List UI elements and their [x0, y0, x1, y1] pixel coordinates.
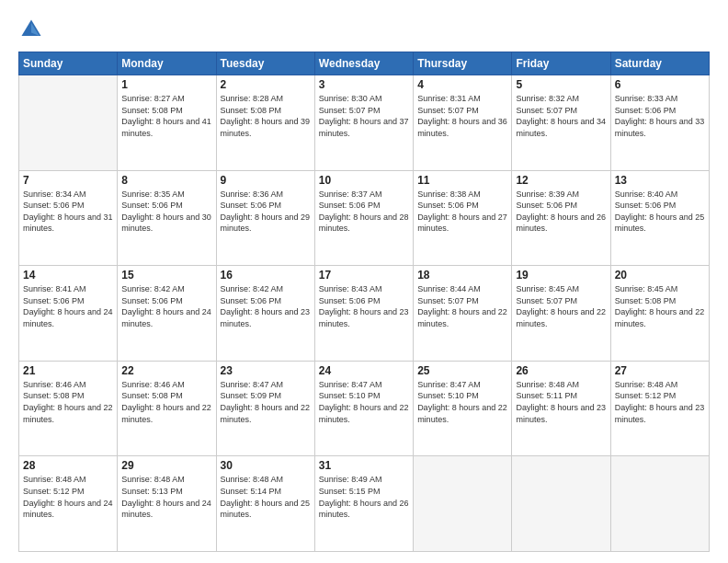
weekday-header-row: SundayMondayTuesdayWednesdayThursdayFrid…: [19, 52, 710, 75]
calendar-cell: [414, 456, 512, 552]
day-info: Sunrise: 8:42 AMSunset: 5:06 PMDaylight:…: [221, 283, 311, 329]
day-number: 9: [221, 174, 311, 187]
day-info: Sunrise: 8:39 AMSunset: 5:06 PMDaylight:…: [516, 189, 606, 235]
day-info: Sunrise: 8:34 AMSunset: 5:06 PMDaylight:…: [23, 189, 113, 235]
day-number: 18: [417, 269, 507, 282]
day-number: 7: [23, 174, 113, 187]
day-number: 4: [417, 78, 507, 91]
week-row-5: 28Sunrise: 8:48 AMSunset: 5:12 PMDayligh…: [19, 456, 710, 552]
calendar-cell: 30Sunrise: 8:48 AMSunset: 5:14 PMDayligh…: [216, 456, 314, 552]
day-info: Sunrise: 8:45 AMSunset: 5:07 PMDaylight:…: [516, 283, 606, 329]
week-row-1: 1Sunrise: 8:27 AMSunset: 5:08 PMDaylight…: [19, 75, 710, 171]
day-info: Sunrise: 8:37 AMSunset: 5:06 PMDaylight:…: [319, 189, 409, 235]
calendar-cell: 3Sunrise: 8:30 AMSunset: 5:07 PMDaylight…: [314, 75, 413, 171]
day-number: 28: [23, 459, 113, 472]
day-number: 30: [221, 459, 311, 472]
day-info: Sunrise: 8:49 AMSunset: 5:15 PMDaylight:…: [319, 474, 409, 520]
day-info: Sunrise: 8:48 AMSunset: 5:11 PMDaylight:…: [516, 379, 606, 425]
calendar-cell: 26Sunrise: 8:48 AMSunset: 5:11 PMDayligh…: [512, 361, 610, 456]
calendar-cell: 10Sunrise: 8:37 AMSunset: 5:06 PMDayligh…: [314, 170, 413, 266]
calendar-cell: 14Sunrise: 8:41 AMSunset: 5:06 PMDayligh…: [19, 266, 118, 362]
calendar-cell: 5Sunrise: 8:32 AMSunset: 5:07 PMDaylight…: [512, 75, 610, 171]
day-info: Sunrise: 8:32 AMSunset: 5:07 PMDaylight:…: [516, 93, 606, 139]
day-info: Sunrise: 8:48 AMSunset: 5:14 PMDaylight:…: [221, 474, 311, 520]
day-info: Sunrise: 8:43 AMSunset: 5:06 PMDaylight:…: [319, 283, 409, 329]
calendar-cell: [19, 75, 118, 171]
day-info: Sunrise: 8:46 AMSunset: 5:08 PMDaylight:…: [121, 379, 211, 425]
day-number: 19: [516, 269, 606, 282]
day-info: Sunrise: 8:30 AMSunset: 5:07 PMDaylight:…: [319, 93, 409, 139]
calendar-cell: 24Sunrise: 8:47 AMSunset: 5:10 PMDayligh…: [314, 361, 413, 456]
calendar-cell: 12Sunrise: 8:39 AMSunset: 5:06 PMDayligh…: [512, 170, 610, 266]
calendar-cell: 8Sunrise: 8:35 AMSunset: 5:06 PMDaylight…: [118, 170, 216, 266]
day-number: 5: [516, 78, 606, 91]
day-info: Sunrise: 8:46 AMSunset: 5:08 PMDaylight:…: [23, 379, 113, 425]
day-number: 16: [221, 269, 311, 282]
page: SundayMondayTuesdayWednesdayThursdayFrid…: [0, 0, 728, 563]
day-info: Sunrise: 8:47 AMSunset: 5:10 PMDaylight:…: [319, 379, 409, 425]
day-number: 26: [516, 364, 606, 377]
calendar-cell: 7Sunrise: 8:34 AMSunset: 5:06 PMDaylight…: [19, 170, 118, 266]
day-info: Sunrise: 8:28 AMSunset: 5:08 PMDaylight:…: [221, 93, 311, 139]
calendar-cell: 27Sunrise: 8:48 AMSunset: 5:12 PMDayligh…: [610, 361, 709, 456]
day-number: 29: [121, 459, 211, 472]
calendar-cell: 15Sunrise: 8:42 AMSunset: 5:06 PMDayligh…: [118, 266, 216, 362]
day-info: Sunrise: 8:47 AMSunset: 5:09 PMDaylight:…: [221, 379, 311, 425]
day-number: 23: [221, 364, 311, 377]
calendar-cell: 11Sunrise: 8:38 AMSunset: 5:06 PMDayligh…: [414, 170, 512, 266]
day-info: Sunrise: 8:48 AMSunset: 5:13 PMDaylight:…: [121, 474, 211, 520]
logo-icon: [18, 17, 44, 42]
day-number: 3: [319, 78, 409, 91]
calendar-cell: 16Sunrise: 8:42 AMSunset: 5:06 PMDayligh…: [216, 266, 314, 362]
day-info: Sunrise: 8:41 AMSunset: 5:06 PMDaylight:…: [23, 283, 113, 329]
calendar-cell: 31Sunrise: 8:49 AMSunset: 5:15 PMDayligh…: [314, 456, 413, 552]
day-number: 2: [221, 78, 311, 91]
weekday-header-wednesday: Wednesday: [314, 52, 413, 75]
calendar-cell: 17Sunrise: 8:43 AMSunset: 5:06 PMDayligh…: [314, 266, 413, 362]
day-number: 21: [23, 364, 113, 377]
day-info: Sunrise: 8:42 AMSunset: 5:06 PMDaylight:…: [121, 283, 211, 329]
weekday-header-sunday: Sunday: [19, 52, 118, 75]
day-info: Sunrise: 8:47 AMSunset: 5:10 PMDaylight:…: [417, 379, 507, 425]
weekday-header-friday: Friday: [512, 52, 610, 75]
calendar-cell: 18Sunrise: 8:44 AMSunset: 5:07 PMDayligh…: [414, 266, 512, 362]
calendar-cell: 9Sunrise: 8:36 AMSunset: 5:06 PMDaylight…: [216, 170, 314, 266]
day-number: 1: [121, 78, 211, 91]
calendar-cell: [610, 456, 709, 552]
calendar-cell: 13Sunrise: 8:40 AMSunset: 5:06 PMDayligh…: [610, 170, 709, 266]
day-number: 6: [615, 78, 705, 91]
calendar-cell: [512, 456, 610, 552]
day-number: 20: [615, 269, 705, 282]
weekday-header-saturday: Saturday: [610, 52, 709, 75]
week-row-2: 7Sunrise: 8:34 AMSunset: 5:06 PMDaylight…: [19, 170, 710, 266]
day-info: Sunrise: 8:31 AMSunset: 5:07 PMDaylight:…: [417, 93, 507, 139]
day-number: 14: [23, 269, 113, 282]
day-info: Sunrise: 8:27 AMSunset: 5:08 PMDaylight:…: [121, 93, 211, 139]
day-number: 31: [319, 459, 409, 472]
day-info: Sunrise: 8:33 AMSunset: 5:06 PMDaylight:…: [615, 93, 705, 139]
day-info: Sunrise: 8:36 AMSunset: 5:06 PMDaylight:…: [221, 189, 311, 235]
day-number: 22: [121, 364, 211, 377]
day-number: 10: [319, 174, 409, 187]
day-number: 24: [319, 364, 409, 377]
header: [18, 17, 710, 42]
logo: [18, 17, 48, 42]
calendar-cell: 25Sunrise: 8:47 AMSunset: 5:10 PMDayligh…: [414, 361, 512, 456]
day-info: Sunrise: 8:38 AMSunset: 5:06 PMDaylight:…: [417, 189, 507, 235]
weekday-header-monday: Monday: [118, 52, 216, 75]
calendar-cell: 22Sunrise: 8:46 AMSunset: 5:08 PMDayligh…: [118, 361, 216, 456]
calendar-cell: 29Sunrise: 8:48 AMSunset: 5:13 PMDayligh…: [118, 456, 216, 552]
day-info: Sunrise: 8:35 AMSunset: 5:06 PMDaylight:…: [121, 189, 211, 235]
calendar-cell: 4Sunrise: 8:31 AMSunset: 5:07 PMDaylight…: [414, 75, 512, 171]
day-info: Sunrise: 8:48 AMSunset: 5:12 PMDaylight:…: [615, 379, 705, 425]
day-info: Sunrise: 8:45 AMSunset: 5:08 PMDaylight:…: [615, 283, 705, 329]
weekday-header-thursday: Thursday: [414, 52, 512, 75]
week-row-3: 14Sunrise: 8:41 AMSunset: 5:06 PMDayligh…: [19, 266, 710, 362]
day-number: 27: [615, 364, 705, 377]
calendar-cell: 28Sunrise: 8:48 AMSunset: 5:12 PMDayligh…: [19, 456, 118, 552]
calendar-cell: 23Sunrise: 8:47 AMSunset: 5:09 PMDayligh…: [216, 361, 314, 456]
day-info: Sunrise: 8:44 AMSunset: 5:07 PMDaylight:…: [417, 283, 507, 329]
day-info: Sunrise: 8:48 AMSunset: 5:12 PMDaylight:…: [23, 474, 113, 520]
calendar-cell: 2Sunrise: 8:28 AMSunset: 5:08 PMDaylight…: [216, 75, 314, 171]
day-number: 17: [319, 269, 409, 282]
